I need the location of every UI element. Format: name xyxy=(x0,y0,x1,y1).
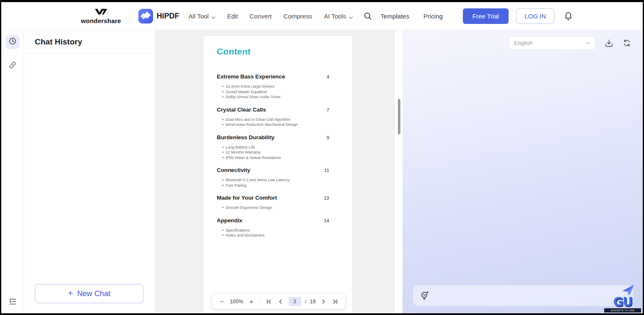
toc-section-bullets: Smooth Ergonomic Design xyxy=(217,205,329,211)
collapse-sidebar-icon xyxy=(8,297,17,307)
toc-bullet-item: Long Battery Life xyxy=(222,145,329,150)
paper-plane-icon xyxy=(610,284,643,298)
notifications-bell-icon[interactable] xyxy=(564,12,572,21)
current-page-input[interactable]: 3 xyxy=(288,297,301,306)
zoom-out-button[interactable]: − xyxy=(219,298,224,305)
toc-section-bullets: Long Battery Life12 Months WarrantyIP55 … xyxy=(217,145,329,161)
toc-bullet-item: 12 Months Warranty xyxy=(222,150,329,155)
last-page-button[interactable] xyxy=(332,299,338,304)
nav-item-ai-tools[interactable]: AI Tools xyxy=(324,13,353,20)
toc-section-page-number: 13 xyxy=(324,195,329,200)
toc-bullet-item: Specifications xyxy=(222,228,329,233)
toc-section-page-number: 11 xyxy=(325,168,329,173)
left-icon-rail xyxy=(1,30,24,313)
total-pages: 19 xyxy=(310,299,315,305)
templates-link[interactable]: Templates xyxy=(381,13,409,20)
toc-section-head: Extreme Bass Experience4 xyxy=(217,73,329,80)
chat-input[interactable] xyxy=(435,292,626,299)
viewer-scrollbar-thumb[interactable] xyxy=(398,99,400,134)
toc-section-title: Crystal Clear Calls xyxy=(217,107,266,113)
pdf-page: Content Extreme Bass Experience412.4mm E… xyxy=(203,36,352,313)
nav-item-all-tool[interactable]: All Tool xyxy=(189,13,216,20)
link-tab[interactable] xyxy=(5,59,20,73)
nav-item-label: Convert xyxy=(250,13,272,20)
collapse-sidebar-button[interactable] xyxy=(8,297,17,307)
history-clock-icon xyxy=(8,37,17,47)
prompt-ideas-lightbulb-icon[interactable] xyxy=(420,290,430,301)
login-button[interactable]: LOG IN xyxy=(516,8,554,24)
chevron-down-icon xyxy=(211,14,216,18)
chat-input-bar xyxy=(413,285,633,306)
chat-history-title: Chat History xyxy=(24,30,155,53)
prev-page-button[interactable] xyxy=(278,299,283,304)
toc-bullet-item: Wind-noise Reduction Mechanical Design xyxy=(222,122,329,128)
zoom-level: 100% xyxy=(230,299,243,305)
plus-icon: + xyxy=(68,288,73,298)
next-page-button[interactable] xyxy=(322,299,326,304)
toc-section-title: Connectivity xyxy=(217,167,250,173)
toc-section-bullets: Dual Mics and AI Clear Call AlgorithmWin… xyxy=(217,117,329,128)
toc-section-page-number: 4 xyxy=(327,74,329,79)
toc-section-head: Burdenless Durability9 xyxy=(217,134,329,141)
toc-section-head: Connectivity11 xyxy=(217,167,329,173)
hipdf-app-name: HiPDF xyxy=(157,12,179,21)
nav-item-convert[interactable]: Convert xyxy=(250,13,272,20)
wondershare-w-icon xyxy=(94,8,108,17)
hipdf-app-icon xyxy=(138,9,153,23)
app-frame: wondershare HiPDF All Tool Edit Convert … xyxy=(1,2,643,313)
toc-section-title: Appendix xyxy=(217,217,242,224)
toc-bullet-item: Sound Master Equalizer xyxy=(222,89,329,95)
chat-history-tab[interactable] xyxy=(5,35,20,49)
main-layout: Chat History + New Chat Content Extreme … xyxy=(1,30,643,313)
nav-item-edit[interactable]: Edit xyxy=(227,13,238,20)
toc-section-head: Made for Your Comfort13 xyxy=(217,195,329,201)
zoom-in-button[interactable]: + xyxy=(249,298,254,305)
watermark-gadgets-to-use: GU GADGETS TO USE xyxy=(604,282,641,312)
nav-item-label: All Tool xyxy=(189,13,209,20)
pdf-page-content: Content Extreme Bass Experience412.4mm E… xyxy=(203,36,352,238)
pricing-link[interactable]: Pricing xyxy=(423,13,443,20)
toc-section-bullets: SpecificationsNotes and Disclaimers xyxy=(217,228,329,238)
nav-divider xyxy=(130,8,130,24)
chain-link-icon xyxy=(8,61,17,71)
download-icon[interactable] xyxy=(605,39,613,47)
toc-section-title: Extreme Bass Experience xyxy=(217,73,285,80)
toc-bullet-item: Fast Pairing xyxy=(222,183,329,188)
nav-item-compress[interactable]: Compress xyxy=(283,13,312,20)
toolbar-divider xyxy=(260,298,260,305)
toc-section-head: Crystal Clear Calls7 xyxy=(217,107,329,113)
toc-bullet-item: Dolby Atmos/ Dirac Audio Tuner xyxy=(222,94,329,100)
toc-section-page-number: 14 xyxy=(324,218,329,223)
toc-bullet-item: Dual Mics and AI Clear Call Algorithm xyxy=(222,117,329,122)
toc-section-title: Made for Your Comfort xyxy=(217,195,277,201)
nav-item-label: Compress xyxy=(283,13,312,20)
nav-menu: All Tool Edit Convert Compress AI Tools xyxy=(189,13,353,20)
toc-bullet-item: Smooth Ergonomic Design xyxy=(222,205,329,211)
toc-list: Extreme Bass Experience412.4mm Extra Lar… xyxy=(217,73,329,238)
language-select[interactable]: English xyxy=(509,36,595,49)
toc-bullet-item: 12.4mm Extra Large Drivers xyxy=(222,84,329,89)
toc-section-title: Burdenless Durability xyxy=(217,134,274,141)
page-separator: / xyxy=(305,299,306,305)
toc-section-page-number: 7 xyxy=(327,107,329,112)
language-value: English xyxy=(514,40,532,46)
toc-section-head: Appendix14 xyxy=(217,217,329,224)
new-chat-button[interactable]: + New Chat xyxy=(35,284,143,303)
wondershare-brand-text: wondershare xyxy=(81,17,121,24)
viewer-scrollbar-track xyxy=(395,30,402,313)
toc-section-bullets: 12.4mm Extra Large DriversSound Master E… xyxy=(217,84,329,100)
toc-bullet-item: Bluetooth 5.3 and 94ms Low Latency xyxy=(222,177,329,183)
top-navbar: wondershare HiPDF All Tool Edit Convert … xyxy=(1,2,643,30)
pdf-viewer: Content Extreme Bass Experience412.4mm E… xyxy=(155,30,402,313)
page-toolbar: − 100% + 3 / 19 xyxy=(212,294,345,309)
first-page-button[interactable] xyxy=(266,299,272,304)
toc-section-bullets: Bluetooth 5.3 and 94ms Low LatencyFast P… xyxy=(217,177,329,188)
watermark-caption: GADGETS TO USE xyxy=(604,308,641,312)
refresh-icon[interactable] xyxy=(623,39,631,47)
chat-history-panel: Chat History + New Chat xyxy=(24,30,155,313)
wondershare-logo[interactable]: wondershare xyxy=(81,8,121,24)
hipdf-logo[interactable]: HiPDF xyxy=(138,9,179,23)
pdf-content-title: Content xyxy=(217,47,329,57)
search-icon[interactable] xyxy=(364,12,372,20)
free-trial-button[interactable]: Free Trial xyxy=(463,8,509,24)
